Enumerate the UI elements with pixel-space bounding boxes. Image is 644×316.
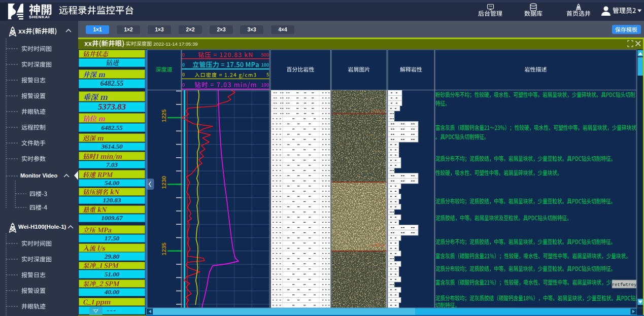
svg-text:1,230.12: 1,230.12 [370, 109, 384, 113]
svg-text:1225: 1225 [161, 109, 167, 122]
svg-text:1,235.18: 1,235.18 [370, 243, 384, 247]
svg-text:1230: 1230 [161, 176, 167, 189]
svg-text:retfwtrey: retfwtrey [612, 283, 637, 288]
svg-text:1235: 1235 [161, 242, 167, 256]
